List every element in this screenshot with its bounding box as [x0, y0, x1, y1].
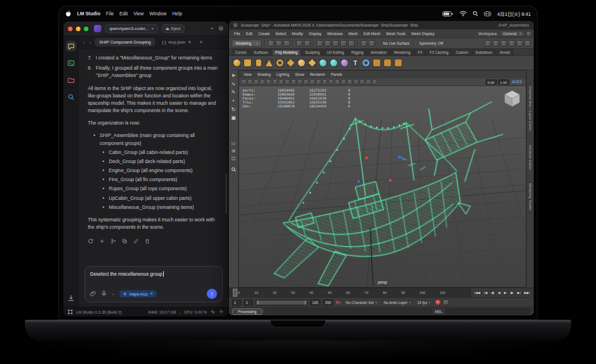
minimize-button[interactable] — [76, 27, 80, 31]
gate-mask-icon[interactable] — [304, 79, 309, 84]
activity-icon[interactable] — [210, 309, 215, 315]
maya-menu-windows[interactable]: Windows — [324, 32, 346, 36]
timeline-tick[interactable]: 20 — [273, 291, 276, 294]
shelf-poly-cylinder-icon[interactable] — [254, 58, 263, 67]
shelf-poly-cube-icon[interactable] — [243, 58, 252, 67]
playback-start-field[interactable]: 1 — [244, 299, 253, 306]
ambient-occlusion-icon[interactable] — [354, 79, 359, 84]
color-space-label[interactable]: ACES — [512, 80, 522, 84]
shelf-tab-substance[interactable]: Substance — [472, 49, 496, 55]
shelf-ultra-shape-icon[interactable] — [340, 58, 349, 67]
step-back-frame-button[interactable]: ◀| — [491, 291, 495, 294]
timeline-tick[interactable]: 40 — [309, 291, 313, 294]
animation-end-field[interactable]: 200 — [323, 299, 334, 306]
snap-to-grid-icon[interactable] — [317, 40, 323, 46]
camera-attributes-icon[interactable] — [254, 79, 259, 84]
menubar-item-file[interactable]: File — [106, 11, 114, 16]
branch-icon[interactable] — [110, 238, 116, 244]
maya-menu-mesh-display[interactable]: Mesh Display — [408, 32, 437, 36]
downloads-icon[interactable] — [66, 293, 76, 303]
zoom-button[interactable] — [84, 27, 88, 31]
status-gear-icon[interactable] — [219, 309, 224, 315]
new-scene-icon[interactable] — [268, 40, 274, 46]
shelf-tab-curves[interactable]: Curves — [232, 49, 250, 55]
command-language-toggle[interactable]: MEL — [435, 310, 442, 314]
auto-keyframe-icon[interactable] — [435, 299, 441, 305]
exposure-field[interactable]: 0.00 — [486, 79, 497, 85]
snap-to-view-plane-icon[interactable] — [348, 40, 355, 46]
undo-icon[interactable] — [296, 40, 303, 46]
step-back-key-button[interactable]: |◀ — [484, 291, 487, 294]
forward-icon[interactable]: › — [88, 40, 92, 45]
chat-scrollbar[interactable] — [225, 173, 227, 214]
back-icon[interactable]: ‹ — [82, 40, 86, 45]
timeline-tick[interactable]: 0 — [238, 291, 240, 294]
bookmarks-icon[interactable] — [260, 79, 265, 84]
playhead[interactable] — [233, 289, 237, 297]
maya-menu-mesh-tools[interactable]: Mesh Tools — [384, 32, 408, 36]
shelf-tab-fx[interactable]: FX — [414, 49, 425, 55]
film-gate-icon[interactable] — [291, 79, 296, 84]
settings-gear-icon[interactable] — [218, 25, 224, 32]
shelf-poly-cone-icon[interactable] — [265, 58, 274, 67]
grid-toggle-icon[interactable] — [285, 79, 290, 84]
timeline-tick[interactable]: 80 — [383, 291, 387, 294]
mic-dropdown-icon[interactable]: ⌄ — [112, 292, 115, 296]
shelf-poly-plane-icon[interactable] — [286, 58, 295, 67]
frame-selection-icon[interactable] — [335, 79, 340, 84]
shelf-tab-animation[interactable]: Animation — [367, 49, 390, 55]
remove-chip-icon[interactable]: ✕ — [150, 292, 154, 296]
shelf-poly-disc-icon[interactable] — [297, 58, 306, 67]
safe-action-icon[interactable] — [316, 79, 321, 84]
fps-dropdown[interactable]: 24 fps▾ — [415, 300, 433, 305]
playback-end-field[interactable]: 120 — [310, 299, 321, 306]
maya-scale-tool[interactable]: ▣ — [231, 115, 236, 121]
ipr-render-icon[interactable] — [493, 40, 499, 46]
mcp-chip[interactable]: maya-mcp ✕ — [120, 290, 157, 297]
edit-icon[interactable] — [133, 238, 139, 244]
make-live-icon[interactable] — [361, 40, 367, 46]
wifi-icon[interactable] — [459, 11, 467, 16]
animation-start-field[interactable]: 1 — [232, 299, 241, 306]
timeline-tick[interactable]: 10 — [254, 291, 258, 294]
time-slider[interactable]: 0102030405060708090100110 |◀◀|◀◀|◀▶|▶▶|▶… — [229, 288, 534, 297]
maya-menu-select[interactable]: Select — [273, 32, 289, 36]
shelf-type-tool-icon[interactable]: T — [351, 58, 360, 67]
new-tab-button[interactable]: + — [199, 39, 203, 45]
panel-menu-view[interactable]: View — [244, 72, 252, 76]
maya-move-tool[interactable]: + — [232, 98, 235, 104]
workspace-selector[interactable]: Workspace: General▾ — [478, 31, 531, 37]
maya-menu-file[interactable]: File — [231, 32, 243, 36]
two-d-pan-zoom-icon[interactable] — [273, 79, 278, 84]
anim-layer-dropdown[interactable]: No Anim Layer▾ — [381, 300, 412, 305]
animation-preferences-icon[interactable] — [443, 299, 449, 305]
render-settings-icon[interactable] — [501, 40, 507, 46]
timeline-tick[interactable]: 110 — [440, 291, 445, 294]
shelf-tab-sculpting[interactable]: Sculpting — [301, 49, 323, 55]
range-handle-left[interactable] — [257, 301, 259, 305]
message-input[interactable]: Deselect the miscellaneous group ⌄ maya-… — [84, 266, 223, 302]
open-scene-icon[interactable] — [276, 40, 282, 46]
model-selector-dropdown[interactable]: qwen/qwen3-coder... ▾ — [105, 24, 158, 33]
timeline-tick[interactable]: 100 — [420, 291, 425, 294]
multisample-aa-icon[interactable] — [366, 79, 371, 84]
maya-lasso-tool[interactable]: ∿ — [231, 81, 236, 87]
grease-pencil-icon[interactable] — [279, 79, 284, 84]
search-icon[interactable] — [472, 11, 478, 16]
maya-rotate-tool[interactable]: ↻ — [231, 106, 236, 112]
redo-icon[interactable] — [304, 40, 310, 46]
gamma-field[interactable]: 1.00 — [498, 79, 509, 85]
step-forward-key-button[interactable]: ▶| — [517, 291, 521, 294]
field-chart-icon[interactable] — [310, 79, 315, 84]
shelf-tab-custom[interactable]: Custom — [452, 49, 471, 55]
discover-nav-icon[interactable] — [66, 92, 76, 102]
shelf-sweep-mesh-icon[interactable] — [361, 58, 371, 67]
shelf-soccer-ball-icon[interactable] — [329, 58, 338, 67]
shelf-poly-sphere-icon[interactable] — [232, 58, 241, 67]
menubar-item-window[interactable]: Window — [150, 11, 167, 16]
range-handle-right[interactable] — [304, 301, 306, 305]
close-tab-icon[interactable]: ✕ — [188, 40, 191, 45]
connections-icon[interactable]: ⌁ — [211, 25, 214, 32]
control-center-icon[interactable] — [484, 11, 491, 16]
chat-nav-icon[interactable] — [66, 41, 76, 52]
